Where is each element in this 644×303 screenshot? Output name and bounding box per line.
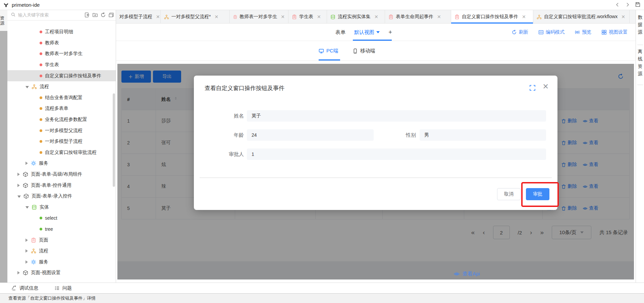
editor-tab-1[interactable]: 一对多模型父流程*✕: [161, 10, 230, 24]
form-icon: [388, 14, 393, 19]
tab-pc[interactable]: PC端: [319, 48, 338, 54]
tree-item-1[interactable]: 教师表: [7, 38, 116, 49]
close-tab-icon[interactable]: ✕: [621, 14, 625, 19]
import-icon: [84, 12, 90, 18]
tree-item-20[interactable]: 流程: [7, 246, 116, 257]
caret-right-icon[interactable]: [17, 271, 20, 274]
editor-tab-7[interactable]: 自定义窗口按钮审批流程.workflowx✕: [533, 10, 630, 24]
app-logo-icon: [3, 2, 9, 8]
refresh-icon[interactable]: [100, 12, 106, 19]
close-tab-icon[interactable]: ✕: [281, 14, 285, 19]
tree-item-22[interactable]: 页面-视图设置: [7, 267, 116, 278]
tree-item-4[interactable]: 自定义窗口操作按钮及事件: [7, 70, 116, 81]
dot-icon: [40, 129, 42, 132]
editor-tab-5[interactable]: 表单生命周起事件✕: [385, 10, 451, 24]
caret-right-icon[interactable]: [25, 162, 28, 165]
close-tab-icon[interactable]: ✕: [317, 14, 321, 19]
toolbar-action-1[interactable]: 编码模式: [538, 29, 565, 35]
package-icon: [23, 270, 28, 275]
editor-tab-6[interactable]: 自定义窗口操作按钮及事件✕: [451, 10, 533, 24]
add-view-button[interactable]: +: [388, 29, 392, 36]
editor-tab-3[interactable]: 学生表✕: [288, 10, 327, 24]
tree-item-21[interactable]: 服务: [7, 256, 116, 267]
tree-item-14[interactable]: 页面-表单-控件通用: [7, 180, 116, 191]
import-icon[interactable]: [84, 12, 90, 19]
toolbar-action-2[interactable]: 预览: [575, 29, 591, 35]
resource-tree: 工程项目明细教师表教师表一对多学生学生表自定义窗口操作按钮及事件流程结合业务查询…: [7, 20, 116, 283]
grid-icon: [601, 30, 607, 35]
cancel-button[interactable]: 取消: [497, 188, 521, 200]
rail-tab-resources[interactable]: 资源: [0, 10, 7, 31]
tree-item-11[interactable]: 自定义窗口按钮审批流程: [7, 147, 116, 158]
tree-item-6[interactable]: 结合业务查询配置: [7, 92, 116, 103]
field-input-姓名[interactable]: 莫子: [247, 110, 546, 122]
tab-issues[interactable]: 问题: [54, 285, 72, 291]
caret-right-icon[interactable]: [25, 249, 28, 253]
tab-debug-info[interactable]: 调试信息: [11, 285, 38, 291]
search-placeholder: 输入关键字搜索: [18, 12, 49, 18]
tree-item-16[interactable]: 实体: [7, 202, 116, 213]
dialog-footer-divider: [200, 177, 552, 178]
tree-item-8[interactable]: 业务化流程参数配置: [7, 114, 116, 125]
sidebar-scrollbar[interactable]: [113, 93, 115, 187]
action-label: 编码模式: [546, 29, 565, 35]
caret-right-icon[interactable]: [17, 184, 20, 187]
caret-down-icon[interactable]: [17, 196, 21, 198]
nav-back-icon[interactable]: [615, 2, 620, 8]
tree-item-2[interactable]: 教师表一对多学生: [7, 48, 116, 59]
caret-right-icon[interactable]: [25, 260, 28, 264]
caret-right-icon[interactable]: [17, 173, 20, 176]
folder-new-icon[interactable]: [92, 12, 98, 19]
view-api-link[interactable]: 查看Api: [453, 271, 480, 277]
editor-tab-0[interactable]: 对多模型子流程✕: [116, 10, 161, 24]
close-tab-icon[interactable]: ✕: [374, 14, 378, 19]
tree-item-label: tree: [45, 226, 53, 232]
package-icon: [23, 193, 29, 199]
dialog-form-row-2: 审批人 1: [194, 148, 557, 160]
tree-item-13[interactable]: 页面-表单-高级/布局组件: [7, 169, 116, 180]
fullscreen-icon[interactable]: [530, 85, 535, 92]
tree-item-12[interactable]: 服务: [7, 158, 116, 169]
field-input-性别[interactable]: 男: [420, 129, 546, 141]
refresh-icon: [512, 30, 517, 35]
collapse-icon[interactable]: [108, 12, 114, 19]
form-icon: [31, 237, 36, 243]
nav-forward-icon[interactable]: [625, 2, 630, 8]
caret-down-icon[interactable]: [25, 206, 29, 209]
tree-item-0[interactable]: 工程项目明细: [7, 27, 116, 38]
close-tab-icon[interactable]: ✕: [522, 14, 526, 19]
tree-item-15[interactable]: 页面-表单-录入控件: [7, 191, 116, 202]
tree-item-17[interactable]: select: [7, 213, 116, 224]
rail-tab-offline-resources[interactable]: 离线资源: [636, 48, 644, 77]
close-icon[interactable]: ✕: [543, 83, 549, 90]
tree-item-7[interactable]: 流程多表单: [7, 103, 116, 114]
rail-tab-datasource[interactable]: 数据源: [636, 13, 644, 36]
chevron-down-icon: [376, 31, 380, 33]
editor-tab-4[interactable]: 流程实例实体集✕: [327, 10, 385, 24]
tab-mobile[interactable]: 移动端: [353, 48, 375, 54]
field-input-年龄[interactable]: 24: [247, 129, 374, 141]
tree-item-19[interactable]: 页面: [7, 234, 116, 246]
close-tab-icon[interactable]: ✕: [437, 14, 441, 19]
tree-item-5[interactable]: 流程: [7, 81, 116, 92]
list-icon: [54, 286, 60, 291]
caret-right-icon[interactable]: [25, 239, 28, 242]
editor-tab-2[interactable]: 教师表一对多学生✕: [230, 10, 288, 24]
close-tab-icon[interactable]: ✕: [214, 14, 218, 19]
tree-item-3[interactable]: 学生表: [7, 59, 116, 71]
toolbar-action-0[interactable]: 刷新: [512, 29, 528, 35]
save-icon[interactable]: [635, 2, 641, 8]
dot-icon: [40, 228, 42, 230]
caret-down-icon[interactable]: [25, 86, 29, 88]
close-tab-icon[interactable]: ✕: [156, 14, 160, 19]
field-input-审批人[interactable]: 1: [247, 148, 546, 160]
tree-item-18[interactable]: tree: [7, 224, 116, 235]
toolbar-action-3[interactable]: 视图设置: [601, 29, 628, 35]
sidebar-search[interactable]: 输入关键字搜索: [7, 10, 116, 20]
tree-item-9[interactable]: 一对多模型父流程: [7, 125, 116, 136]
dot-icon: [40, 31, 42, 33]
view-selector[interactable]: 默认视图: [354, 29, 380, 36]
phone-icon: [353, 48, 358, 54]
tree-item-10[interactable]: 一对多模型子流程: [7, 136, 116, 147]
tab-form[interactable]: 表单: [335, 29, 345, 36]
